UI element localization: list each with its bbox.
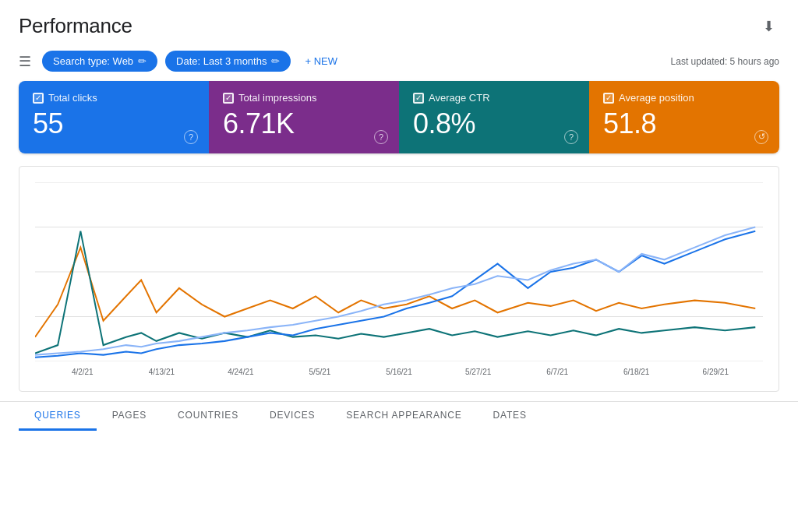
date-range-chip[interactable]: Date: Last 3 months ✏	[165, 51, 291, 72]
search-type-edit-icon: ✏	[138, 55, 147, 67]
download-icon[interactable]: ⬇	[757, 16, 779, 37]
x-axis-labels: 4/2/21 4/13/21 4/24/21 5/5/21 5/16/21 5/…	[35, 368, 763, 376]
total-impressions-checkbox[interactable]	[223, 93, 234, 104]
x-label-5: 5/16/21	[359, 368, 439, 376]
x-label-9: 6/29/21	[676, 368, 756, 376]
average-ctr-label: Average CTR	[429, 92, 490, 104]
bottom-tabs: QUERIES PAGES COUNTRIES DEVICES SEARCH A…	[0, 401, 798, 431]
tab-dates[interactable]: DATES	[478, 402, 542, 431]
x-label-6: 5/27/21	[439, 368, 518, 376]
tab-queries[interactable]: QUERIES	[19, 402, 97, 431]
total-clicks-header: Total clicks	[33, 92, 195, 104]
toolbar: ☰ Search type: Web ✏ Date: Last 3 months…	[0, 44, 798, 81]
total-clicks-checkbox[interactable]	[33, 93, 44, 104]
average-ctr-value: 0.8%	[413, 108, 575, 139]
performance-chart	[35, 182, 763, 361]
filter-icon[interactable]: ☰	[19, 53, 31, 70]
total-impressions-card[interactable]: Total impressions 6.71K ?	[209, 81, 399, 153]
page-title: Performance	[19, 14, 132, 38]
total-impressions-header: Total impressions	[223, 92, 385, 104]
average-ctr-header: Average CTR	[413, 92, 575, 104]
tab-search-appearance[interactable]: SEARCH APPEARANCE	[330, 402, 477, 431]
chart-area: 4/2/21 4/13/21 4/24/21 5/5/21 5/16/21 5/…	[19, 166, 779, 392]
x-label-8: 6/18/21	[597, 368, 676, 376]
total-clicks-value: 55	[33, 108, 195, 139]
average-position-info-icon[interactable]: ↺	[754, 130, 768, 144]
x-label-4: 5/5/21	[281, 368, 360, 376]
average-ctr-info-icon[interactable]: ?	[564, 130, 578, 144]
total-clicks-info-icon[interactable]: ?	[184, 130, 198, 144]
new-button-label: + NEW	[305, 55, 337, 67]
total-clicks-card[interactable]: Total clicks 55 ?	[19, 81, 209, 153]
average-ctr-checkbox[interactable]	[413, 93, 424, 104]
tab-devices[interactable]: DEVICES	[254, 402, 330, 431]
total-impressions-label: Total impressions	[238, 92, 316, 104]
average-position-card[interactable]: Average position 51.8 ↺	[589, 81, 779, 153]
average-position-label: Average position	[619, 92, 694, 104]
average-position-value: 51.8	[603, 108, 765, 139]
x-label-1: 4/2/21	[43, 368, 122, 376]
average-ctr-card[interactable]: Average CTR 0.8% ?	[399, 81, 589, 153]
metric-cards: Total clicks 55 ? Total impressions 6.71…	[19, 81, 779, 153]
x-label-7: 6/7/21	[517, 368, 597, 376]
tab-pages[interactable]: PAGES	[97, 402, 162, 431]
tab-countries[interactable]: COUNTRIES	[162, 402, 254, 431]
new-button[interactable]: + NEW	[298, 51, 344, 72]
search-type-chip[interactable]: Search type: Web ✏	[42, 51, 157, 72]
header: Performance ⬇	[0, 0, 798, 44]
last-updated-text: Last updated: 5 hours ago	[671, 56, 779, 67]
page-wrapper: Performance ⬇ ☰ Search type: Web ✏ Date:…	[0, 0, 798, 532]
date-range-edit-icon: ✏	[271, 55, 280, 67]
date-range-label: Date: Last 3 months	[176, 55, 267, 67]
total-impressions-value: 6.71K	[223, 108, 385, 139]
total-clicks-label: Total clicks	[48, 92, 97, 104]
total-impressions-info-icon[interactable]: ?	[374, 130, 388, 144]
x-label-2: 4/13/21	[122, 368, 202, 376]
x-label-3: 4/24/21	[201, 368, 281, 376]
average-position-checkbox[interactable]	[603, 93, 614, 104]
search-type-label: Search type: Web	[53, 55, 133, 67]
average-position-header: Average position	[603, 92, 765, 104]
